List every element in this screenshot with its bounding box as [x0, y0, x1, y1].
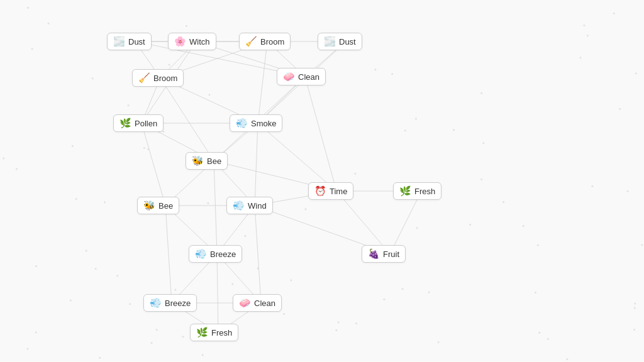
node-fresh1[interactable]: 🌿Fresh — [393, 182, 441, 200]
node-label-breeze2: Breeze — [165, 299, 191, 308]
node-label-fruit: Fruit — [383, 250, 399, 259]
svg-point-42 — [207, 202, 209, 204]
node-label-broom1: Broom — [260, 37, 284, 47]
svg-point-50 — [283, 313, 285, 315]
node-breeze1[interactable]: 💨Breeze — [189, 245, 242, 263]
svg-point-27 — [116, 275, 118, 277]
node-dust1[interactable]: 🌫️Dust — [107, 33, 152, 50]
svg-point-34 — [162, 131, 164, 133]
svg-point-15 — [355, 322, 357, 324]
svg-line-121 — [217, 254, 218, 332]
svg-point-48 — [104, 201, 106, 203]
node-wind[interactable]: 💨Wind — [226, 197, 273, 214]
node-emoji-witch: 🌸 — [174, 36, 186, 47]
node-emoji-smoke: 💨 — [236, 118, 248, 129]
svg-point-4 — [174, 289, 176, 291]
node-label-smoke: Smoke — [251, 119, 276, 128]
svg-point-24 — [99, 357, 101, 359]
svg-line-105 — [258, 123, 336, 191]
svg-point-22 — [182, 336, 184, 337]
svg-point-5 — [428, 292, 430, 293]
node-emoji-broom1: 🧹 — [245, 36, 257, 47]
svg-point-37 — [374, 69, 376, 70]
svg-point-57 — [633, 329, 635, 331]
svg-point-31 — [627, 190, 629, 192]
svg-point-69 — [151, 342, 153, 344]
node-emoji-breeze1: 💨 — [195, 248, 207, 260]
node-label-clean2: Clean — [254, 299, 275, 308]
svg-point-32 — [619, 108, 621, 110]
node-breeze2[interactable]: 💨Breeze — [143, 294, 197, 312]
svg-point-29 — [231, 283, 233, 285]
node-emoji-dust1: 🌫️ — [113, 36, 125, 47]
svg-point-18 — [143, 147, 145, 149]
node-time[interactable]: ⏰Time — [308, 182, 353, 200]
node-broom1[interactable]: 🧹Broom — [239, 33, 291, 50]
node-label-pollen: Pollen — [135, 119, 157, 128]
svg-point-53 — [566, 358, 568, 360]
node-label-clean1: Clean — [298, 72, 319, 82]
node-emoji-dust2: 🌫️ — [324, 36, 336, 47]
svg-point-36 — [535, 292, 536, 293]
svg-point-40 — [86, 250, 87, 251]
svg-point-62 — [338, 321, 340, 323]
node-label-bee1: Bee — [207, 156, 221, 166]
svg-point-67 — [415, 118, 417, 119]
svg-point-23 — [391, 73, 393, 75]
node-label-fresh2: Fresh — [211, 328, 232, 337]
svg-point-8 — [480, 178, 482, 180]
svg-line-96 — [160, 78, 214, 161]
svg-point-58 — [92, 77, 94, 79]
node-emoji-bee2: 🐝 — [143, 200, 155, 211]
node-fruit[interactable]: 🍇Fruit — [362, 245, 406, 263]
svg-point-78 — [404, 129, 406, 131]
svg-point-77 — [31, 48, 33, 50]
node-label-bee2: Bee — [158, 201, 173, 211]
svg-point-64 — [502, 201, 504, 203]
svg-point-33 — [208, 94, 210, 96]
node-emoji-clean2: 🧼 — [239, 297, 251, 309]
node-emoji-fresh1: 🌿 — [399, 185, 411, 197]
svg-point-68 — [635, 72, 637, 74]
node-label-dust2: Dust — [339, 37, 356, 47]
svg-point-60 — [129, 303, 131, 305]
svg-line-117 — [255, 206, 261, 303]
svg-point-70 — [95, 268, 97, 270]
svg-point-43 — [547, 338, 549, 340]
node-emoji-fresh2: 🌿 — [196, 327, 208, 338]
node-fresh2[interactable]: 🌿Fresh — [190, 324, 238, 341]
svg-point-56 — [416, 227, 418, 229]
svg-point-13 — [482, 142, 484, 144]
node-bee1[interactable]: 🐝Bee — [186, 152, 228, 170]
node-dust2[interactable]: 🌫️Dust — [318, 33, 362, 50]
svg-line-99 — [305, 77, 336, 191]
svg-line-122 — [390, 191, 421, 254]
node-pollen[interactable]: 🌿Pollen — [113, 114, 164, 132]
svg-point-74 — [402, 288, 404, 290]
svg-point-59 — [453, 129, 455, 131]
svg-point-75 — [634, 307, 636, 309]
svg-point-11 — [613, 13, 615, 14]
node-broom2[interactable]: 🧹Broom — [132, 69, 184, 87]
svg-line-109 — [214, 161, 217, 254]
svg-point-0 — [591, 185, 593, 187]
node-emoji-pollen: 🌿 — [119, 118, 131, 129]
node-emoji-bee1: 🐝 — [192, 155, 204, 167]
node-clean2[interactable]: 🧼Clean — [233, 294, 282, 312]
svg-point-1 — [537, 244, 539, 246]
node-emoji-fruit: 🍇 — [368, 248, 380, 260]
node-bee2[interactable]: 🐝Bee — [137, 197, 179, 214]
node-emoji-breeze2: 💨 — [150, 297, 162, 309]
node-emoji-time: ⏰ — [314, 185, 326, 197]
svg-point-7 — [480, 92, 482, 94]
svg-point-3 — [438, 341, 440, 343]
node-label-wind: Wind — [248, 201, 267, 211]
node-clean1[interactable]: 🧼Clean — [277, 68, 326, 85]
node-witch[interactable]: 🌸Witch — [168, 33, 216, 50]
svg-point-79 — [3, 157, 4, 159]
node-smoke[interactable]: 💨Smoke — [230, 114, 282, 132]
svg-point-55 — [186, 25, 187, 27]
svg-point-9 — [469, 224, 471, 226]
svg-point-76 — [156, 329, 158, 331]
background-dots: // dots will be added by JS — [0, 0, 644, 362]
